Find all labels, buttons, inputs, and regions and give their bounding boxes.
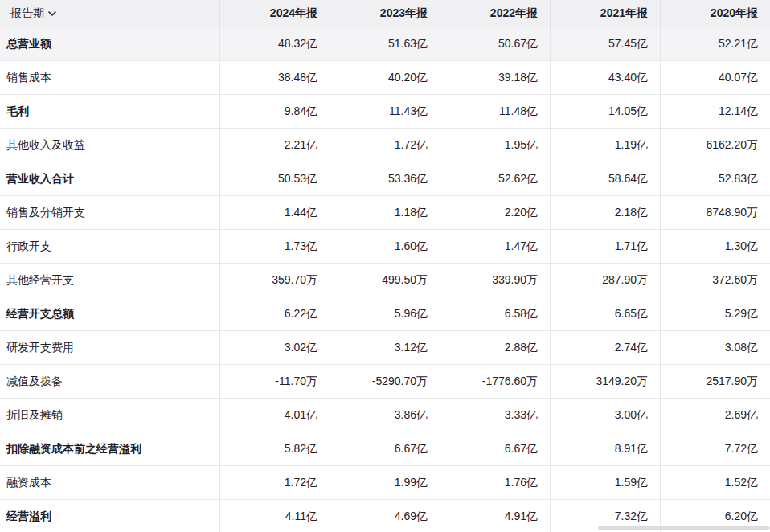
table-row[interactable]: 研发开支费用3.02亿3.12亿2.88亿2.74亿3.08亿: [0, 331, 770, 365]
cell-value: -1776.60万: [440, 365, 550, 398]
cell-value: -11.70万: [219, 365, 330, 398]
cell-value: 1.71亿: [550, 230, 660, 263]
cell-value: 372.60万: [660, 264, 770, 297]
cell-value: 52.83亿: [660, 162, 770, 195]
cell-value: 12.14亿: [660, 95, 770, 128]
cell-value: 11.43亿: [330, 95, 440, 128]
column-header: 2020年报: [660, 0, 770, 27]
table-row[interactable]: 毛利9.84亿11.43亿11.48亿14.05亿12.14亿: [0, 95, 770, 129]
cell-value: 3149.20万: [550, 365, 660, 398]
cell-value: 50.67亿: [440, 27, 550, 60]
row-label: 其他收入及收益: [0, 129, 219, 162]
chevron-down-icon: [48, 11, 56, 16]
cell-value: 339.90万: [440, 264, 550, 297]
cell-value: 6162.20万: [660, 129, 770, 162]
cell-value: 14.05亿: [550, 95, 660, 128]
table-body: 总营业额48.32亿51.63亿50.67亿57.45亿52.21亿销售成本38…: [0, 27, 770, 532]
cell-value: 52.21亿: [660, 27, 770, 60]
cell-value: 2.21亿: [219, 129, 330, 162]
financial-statement-table: 报告期 2024年报2023年报2022年报2021年报2020年报 总营业额4…: [0, 0, 770, 532]
cell-value: 2.69亿: [660, 399, 770, 432]
table-row[interactable]: 其他经营开支359.70万499.50万339.90万287.90万372.60…: [0, 264, 770, 297]
cell-value: 57.45亿: [550, 27, 660, 60]
cell-value: 1.72亿: [219, 466, 330, 499]
row-label: 扣除融资成本前之经营溢利: [0, 432, 219, 465]
cell-value: 499.50万: [330, 264, 440, 297]
cell-value: 1.72亿: [330, 129, 440, 162]
table-row[interactable]: 减值及拨备-11.70万-5290.70万-1776.60万3149.20万25…: [0, 365, 770, 399]
cell-value: 4.69亿: [330, 500, 440, 532]
row-label: 研发开支费用: [0, 331, 219, 364]
cell-value: 40.07亿: [660, 61, 770, 94]
report-period-label: 报告期: [10, 6, 44, 21]
table-row[interactable]: 行政开支1.73亿1.60亿1.47亿1.71亿1.30亿: [0, 230, 770, 264]
cell-value: 2.20亿: [440, 196, 550, 229]
cell-value: 1.76亿: [440, 466, 550, 499]
cell-value: 7.72亿: [660, 432, 770, 465]
cell-value: 4.91亿: [440, 500, 550, 532]
table-row[interactable]: 融资成本1.72亿1.99亿1.76亿1.59亿1.52亿: [0, 466, 770, 500]
table-row[interactable]: 经营开支总额6.22亿5.96亿6.58亿6.65亿5.29亿: [0, 297, 770, 331]
report-period-dropdown[interactable]: 报告期: [0, 0, 219, 27]
row-label: 其他经营开支: [0, 264, 219, 297]
table-row[interactable]: 其他收入及收益2.21亿1.72亿1.95亿1.19亿6162.20万: [0, 129, 770, 162]
cell-value: 1.52亿: [660, 466, 770, 499]
cell-value: 58.64亿: [550, 162, 660, 195]
row-label: 销售及分销开支: [0, 196, 219, 229]
cell-value: 2.88亿: [440, 331, 550, 364]
column-header: 2022年报: [440, 0, 550, 27]
table-row[interactable]: 总营业额48.32亿51.63亿50.67亿57.45亿52.21亿: [0, 27, 770, 61]
horizontal-scrollbar-thumb[interactable]: [598, 526, 770, 530]
table-row[interactable]: 扣除融资成本前之经营溢利5.82亿6.67亿6.67亿8.91亿7.72亿: [0, 432, 770, 466]
row-label: 经营开支总额: [0, 297, 219, 330]
row-label: 行政开支: [0, 230, 219, 263]
cell-value: 9.84亿: [219, 95, 330, 128]
column-header: 2021年报: [550, 0, 660, 27]
cell-value: 1.19亿: [550, 129, 660, 162]
header-row: 报告期 2024年报2023年报2022年报2021年报2020年报: [0, 0, 770, 27]
cell-value: 8.91亿: [550, 432, 660, 465]
cell-value: 2.74亿: [550, 331, 660, 364]
cell-value: 51.63亿: [330, 27, 440, 60]
row-label: 融资成本: [0, 466, 219, 499]
cell-value: 3.33亿: [440, 399, 550, 432]
cell-value: 39.18亿: [440, 61, 550, 94]
cell-value: 4.01亿: [219, 399, 330, 432]
cell-value: 1.18亿: [330, 196, 440, 229]
cell-value: 40.20亿: [330, 61, 440, 94]
cell-value: 1.95亿: [440, 129, 550, 162]
cell-value: 3.08亿: [660, 331, 770, 364]
cell-value: 38.48亿: [219, 61, 330, 94]
cell-value: 1.47亿: [440, 230, 550, 263]
column-header: 2024年报: [219, 0, 330, 27]
cell-value: 1.30亿: [660, 230, 770, 263]
cell-value: 1.44亿: [219, 196, 330, 229]
table-row[interactable]: 销售及分销开支1.44亿1.18亿2.20亿2.18亿8748.90万: [0, 196, 770, 230]
cell-value: 3.02亿: [219, 331, 330, 364]
row-label: 销售成本: [0, 61, 219, 94]
column-header: 2023年报: [330, 0, 440, 27]
table-row[interactable]: 折旧及摊销4.01亿3.86亿3.33亿3.00亿2.69亿: [0, 399, 770, 432]
table-row[interactable]: 销售成本38.48亿40.20亿39.18亿43.40亿40.07亿: [0, 61, 770, 95]
cell-value: 6.67亿: [330, 432, 440, 465]
row-label: 经营溢利: [0, 500, 219, 532]
cell-value: 52.62亿: [440, 162, 550, 195]
row-label: 折旧及摊销: [0, 399, 219, 432]
cell-value: 5.82亿: [219, 432, 330, 465]
cell-value: 3.86亿: [330, 399, 440, 432]
row-label: 毛利: [0, 95, 219, 128]
cell-value: 1.60亿: [330, 230, 440, 263]
cell-value: 6.65亿: [550, 297, 660, 330]
cell-value: 48.32亿: [219, 27, 330, 60]
cell-value: 4.11亿: [219, 500, 330, 532]
cell-value: 1.59亿: [550, 466, 660, 499]
cell-value: 43.40亿: [550, 61, 660, 94]
row-label: 总营业额: [0, 27, 219, 60]
cell-value: 287.90万: [550, 264, 660, 297]
table-row[interactable]: 营业收入合计50.53亿53.36亿52.62亿58.64亿52.83亿: [0, 162, 770, 196]
cell-value: 5.29亿: [660, 297, 770, 330]
cell-value: 50.53亿: [219, 162, 330, 195]
cell-value: 359.70万: [219, 264, 330, 297]
cell-value: 11.48亿: [440, 95, 550, 128]
cell-value: 53.36亿: [330, 162, 440, 195]
